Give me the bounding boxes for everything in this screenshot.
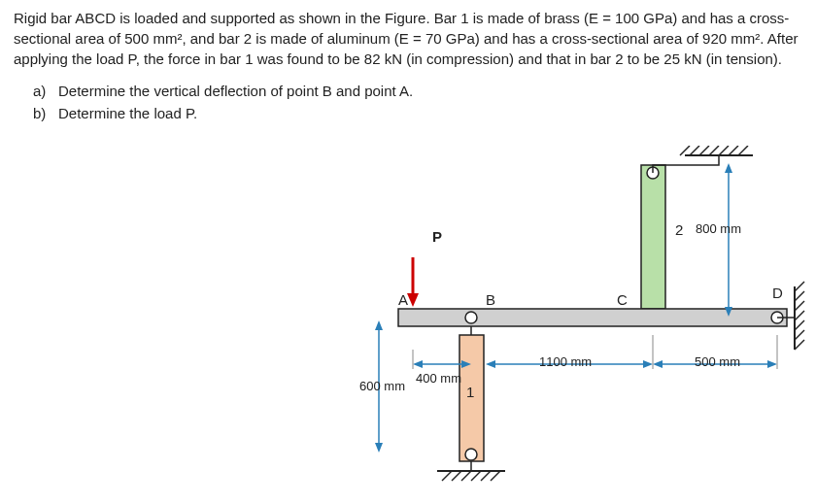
svg-marker-45 bbox=[653, 360, 663, 368]
svg-line-13 bbox=[795, 291, 804, 301]
svg-line-26 bbox=[481, 471, 491, 481]
svg-line-14 bbox=[795, 301, 804, 311]
q-a-text: Determine the vertical deflection of poi… bbox=[58, 81, 413, 103]
label-a: A bbox=[398, 291, 408, 308]
svg-line-6 bbox=[729, 146, 738, 155]
label-b: B bbox=[486, 291, 495, 308]
dim-800-arrow bbox=[725, 163, 732, 317]
svg-line-25 bbox=[471, 471, 481, 481]
svg-line-4 bbox=[709, 146, 719, 155]
svg-line-1 bbox=[680, 146, 690, 155]
svg-rect-8 bbox=[641, 165, 665, 309]
svg-marker-46 bbox=[767, 360, 777, 368]
label-bar1: 1 bbox=[466, 384, 474, 400]
label-d: D bbox=[772, 285, 783, 301]
svg-line-15 bbox=[795, 311, 804, 320]
dim-400: 400 mm bbox=[416, 371, 461, 386]
svg-line-23 bbox=[452, 471, 461, 481]
svg-marker-34 bbox=[725, 163, 732, 173]
svg-marker-32 bbox=[375, 443, 383, 453]
load-p-arrow-icon bbox=[407, 257, 419, 307]
bottom-fixed-support-icon bbox=[437, 471, 505, 481]
wall-support-icon bbox=[795, 282, 804, 350]
questions: a) Determine the vertical deflection of … bbox=[33, 81, 802, 124]
svg-line-2 bbox=[690, 146, 699, 155]
dim-1100: 1100 mm bbox=[539, 354, 592, 369]
svg-marker-29 bbox=[407, 293, 419, 307]
svg-line-12 bbox=[795, 282, 804, 291]
svg-line-22 bbox=[442, 471, 452, 481]
top-fixed-support-icon bbox=[680, 146, 753, 155]
bar-2 bbox=[641, 165, 665, 322]
svg-line-5 bbox=[719, 146, 729, 155]
svg-line-24 bbox=[461, 471, 471, 481]
dim-500: 500 mm bbox=[695, 354, 740, 369]
label-p: P bbox=[432, 228, 442, 245]
q-b-letter: b) bbox=[33, 103, 51, 125]
svg-line-3 bbox=[699, 146, 709, 155]
svg-marker-42 bbox=[643, 360, 653, 368]
label-c: C bbox=[617, 291, 628, 308]
svg-line-7 bbox=[738, 146, 748, 155]
svg-marker-41 bbox=[486, 360, 495, 368]
svg-line-17 bbox=[795, 330, 804, 340]
svg-line-27 bbox=[491, 471, 500, 481]
svg-line-18 bbox=[795, 340, 804, 350]
mechanics-diagram: P A B C D 1 2 600 mm 400 mm 1100 mm 500 … bbox=[359, 146, 806, 495]
pin-b bbox=[465, 312, 477, 323]
dim-800: 800 mm bbox=[696, 221, 741, 236]
svg-line-16 bbox=[795, 320, 804, 330]
diagram-svg bbox=[359, 146, 806, 495]
svg-marker-37 bbox=[413, 360, 423, 368]
label-bar2: 2 bbox=[675, 221, 683, 238]
q-a-letter: a) bbox=[33, 81, 51, 103]
svg-marker-31 bbox=[375, 320, 383, 330]
problem-statement: Rigid bar ABCD is loaded and supported a… bbox=[14, 8, 802, 69]
svg-point-20 bbox=[465, 449, 477, 460]
dim-600: 600 mm bbox=[359, 379, 406, 393]
q-b-text: Determine the load P. bbox=[58, 103, 197, 125]
